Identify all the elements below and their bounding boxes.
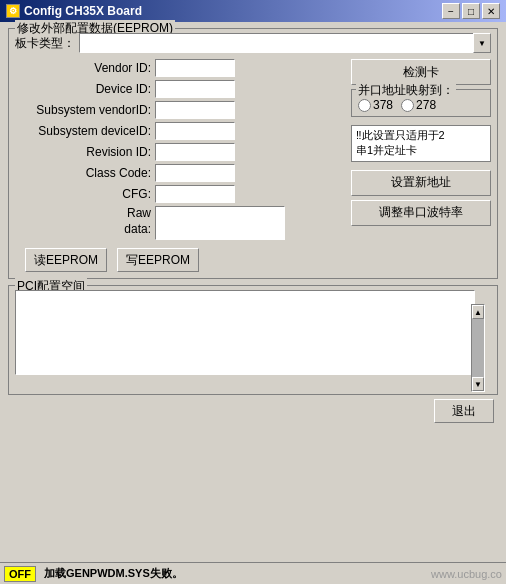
right-panel: 检测卡 并口地址映射到： 378 278 [351, 59, 491, 244]
scroll-up-arrow[interactable]: ▲ [472, 305, 484, 319]
app-icon: ⚙ [6, 4, 20, 18]
radio-row: 378 278 [358, 98, 484, 112]
revision-id-label: Revision ID: [15, 145, 155, 159]
revision-id-row: Revision ID: [15, 143, 345, 161]
subsystem-device-row: Subsystem deviceID: [15, 122, 345, 140]
subsystem-vendor-input[interactable] [155, 101, 235, 119]
title-bar-text: ⚙ Config CH35X Board [6, 4, 142, 18]
title-bar-buttons: − □ ✕ [442, 3, 500, 19]
radio-378-input[interactable] [358, 99, 371, 112]
cfg-label: CFG: [15, 187, 155, 201]
cfg-input[interactable] [155, 185, 235, 203]
notice-text: ‼此设置只适用于2串1并定址卡 [356, 129, 445, 156]
card-type-label: 板卡类型： [15, 35, 75, 52]
pci-textarea[interactable] [15, 290, 475, 375]
raw-data-label: Rawdata: [15, 206, 155, 237]
subsystem-vendor-row: Subsystem vendorID: [15, 101, 345, 119]
eeprom-button-row: 读EEPROM 写EEPROM [15, 248, 491, 272]
watermark: www.ucbug.co [431, 568, 502, 580]
set-address-button[interactable]: 设置新地址 [351, 170, 491, 196]
radio-378: 378 [358, 98, 393, 112]
adjust-baud-button[interactable]: 调整串口波特率 [351, 200, 491, 226]
class-code-input[interactable] [155, 164, 235, 182]
card-type-row: 板卡类型： ▼ [15, 33, 491, 53]
vendor-id-input[interactable] [155, 59, 235, 77]
top-section: Vendor ID: Device ID: Subsystem vendorID… [15, 59, 491, 244]
eeprom-group: 修改外部配置数据(EEPROM) 板卡类型： ▼ Vendor ID: Devi… [8, 28, 498, 279]
raw-data-input[interactable] [155, 206, 285, 240]
revision-id-input[interactable] [155, 143, 235, 161]
exit-row: 退出 [8, 399, 498, 423]
parallel-group: 并口地址映射到： 378 278 [351, 89, 491, 117]
radio-278: 278 [401, 98, 436, 112]
off-badge: OFF [4, 566, 36, 582]
left-panel: Vendor ID: Device ID: Subsystem vendorID… [15, 59, 345, 244]
raw-data-row: Rawdata: [15, 206, 345, 240]
scroll-track [472, 319, 484, 377]
class-code-label: Class Code: [15, 166, 155, 180]
parallel-label: 并口地址映射到： [356, 82, 456, 99]
main-content: 修改外部配置数据(EEPROM) 板卡类型： ▼ Vendor ID: Devi… [0, 22, 506, 562]
subsystem-vendor-label: Subsystem vendorID: [15, 103, 155, 117]
vendor-id-row: Vendor ID: [15, 59, 345, 77]
subsystem-device-label: Subsystem deviceID: [15, 124, 155, 138]
radio-278-input[interactable] [401, 99, 414, 112]
cfg-row: CFG: [15, 185, 345, 203]
radio-278-label: 278 [416, 98, 436, 112]
device-id-input[interactable] [155, 80, 235, 98]
vendor-id-label: Vendor ID: [15, 61, 155, 75]
combo-arrow-icon[interactable]: ▼ [473, 33, 491, 53]
scroll-down-arrow[interactable]: ▼ [472, 377, 484, 391]
device-id-row: Device ID: [15, 80, 345, 98]
window-title: Config CH35X Board [24, 4, 142, 18]
pci-content-area: ▲ ▼ [15, 290, 491, 378]
notice-box: ‼此设置只适用于2串1并定址卡 [351, 125, 491, 162]
minimize-button[interactable]: − [442, 3, 460, 19]
subsystem-device-input[interactable] [155, 122, 235, 140]
write-eeprom-button[interactable]: 写EEPROM [117, 248, 199, 272]
radio-378-label: 378 [373, 98, 393, 112]
maximize-button[interactable]: □ [462, 3, 480, 19]
pci-scrollbar: ▲ ▼ [471, 304, 485, 392]
class-code-row: Class Code: [15, 164, 345, 182]
title-bar: ⚙ Config CH35X Board − □ ✕ [0, 0, 506, 22]
exit-button[interactable]: 退出 [434, 399, 494, 423]
close-button[interactable]: ✕ [482, 3, 500, 19]
status-message: 加载GENPWDM.SYS失败。 [44, 566, 183, 581]
device-id-label: Device ID: [15, 82, 155, 96]
pci-group: PCI配置空间 ▲ ▼ [8, 285, 498, 395]
read-eeprom-button[interactable]: 读EEPROM [25, 248, 107, 272]
status-bar: OFF 加载GENPWDM.SYS失败。 www.ucbug.co [0, 562, 506, 584]
card-type-input[interactable] [79, 33, 491, 53]
card-type-combo[interactable]: ▼ [79, 33, 491, 53]
